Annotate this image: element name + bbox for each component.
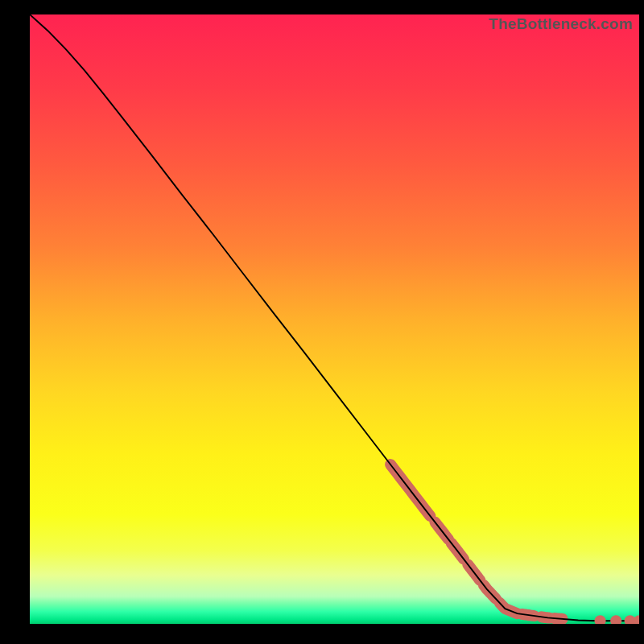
bottleneck-chart [30, 14, 639, 624]
dot-layer [595, 615, 639, 624]
watermark-text: TheBottleneck.com [489, 15, 633, 33]
plot-background [30, 14, 639, 624]
chart-frame: TheBottleneck.com [30, 14, 639, 624]
